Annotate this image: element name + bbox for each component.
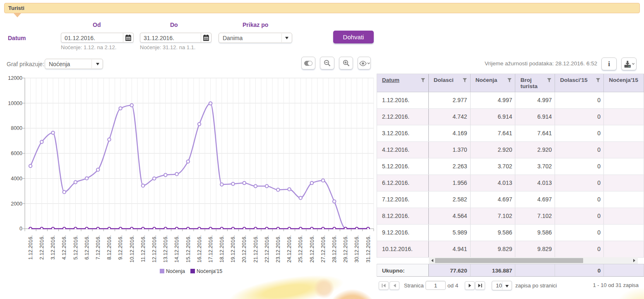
- svg-text:31.12.2016.: 31.12.2016.: [365, 235, 371, 263]
- svg-text:19.12.2016.: 19.12.2016.: [230, 235, 236, 263]
- svg-text:20.12.2016.: 20.12.2016.: [241, 235, 247, 263]
- svg-text:24.12.2016.: 24.12.2016.: [286, 235, 292, 263]
- svg-text:23.12.2016.: 23.12.2016.: [275, 235, 281, 263]
- svg-text:3.12.2016.: 3.12.2016.: [50, 235, 56, 260]
- svg-text:30.12.2016.: 30.12.2016.: [354, 235, 360, 263]
- svg-text:13.12.2016.: 13.12.2016.: [163, 235, 168, 263]
- svg-text:4000: 4000: [11, 176, 22, 182]
- svg-text:25.12.2016.: 25.12.2016.: [298, 235, 303, 263]
- svg-text:8.12.2016.: 8.12.2016.: [106, 235, 112, 260]
- svg-text:6000: 6000: [11, 151, 22, 156]
- svg-text:6.12.2016.: 6.12.2016.: [84, 235, 90, 260]
- svg-text:29.12.2016.: 29.12.2016.: [343, 235, 348, 263]
- svg-text:2.12.2016.: 2.12.2016.: [39, 235, 45, 260]
- svg-text:28.12.2016.: 28.12.2016.: [332, 235, 337, 263]
- svg-text:2000: 2000: [11, 201, 22, 207]
- svg-text:18.12.2016.: 18.12.2016.: [219, 235, 225, 263]
- svg-text:0: 0: [19, 226, 22, 232]
- svg-text:5.12.2016.: 5.12.2016.: [73, 235, 79, 260]
- svg-text:7.12.2016.: 7.12.2016.: [95, 235, 101, 260]
- svg-text:Noćenja: Noćenja: [166, 268, 185, 274]
- svg-text:9.12.2016.: 9.12.2016.: [118, 235, 123, 260]
- svg-text:22.12.2016.: 22.12.2016.: [264, 235, 270, 263]
- svg-text:8000: 8000: [11, 125, 22, 131]
- svg-text:12000: 12000: [8, 75, 22, 81]
- svg-text:11.12.2016.: 11.12.2016.: [140, 235, 146, 262]
- svg-text:14.12.2016.: 14.12.2016.: [174, 235, 180, 263]
- svg-text:27.12.2016.: 27.12.2016.: [320, 235, 326, 263]
- svg-text:12.12.2016.: 12.12.2016.: [151, 235, 157, 263]
- svg-text:21.12.2016.: 21.12.2016.: [253, 235, 259, 263]
- svg-text:17.12.2016.: 17.12.2016.: [208, 235, 214, 263]
- svg-text:4.12.2016.: 4.12.2016.: [61, 235, 67, 260]
- svg-text:10.12.2016.: 10.12.2016.: [129, 235, 135, 263]
- svg-text:1.12.2016.: 1.12.2016.: [28, 235, 34, 260]
- svg-text:10000: 10000: [8, 100, 22, 106]
- svg-text:15.12.2016.: 15.12.2016.: [185, 235, 191, 263]
- svg-text:26.12.2016.: 26.12.2016.: [309, 235, 315, 263]
- svg-text:16.12.2016.: 16.12.2016.: [197, 235, 202, 263]
- svg-text:Noćenja'15: Noćenja'15: [197, 268, 222, 274]
